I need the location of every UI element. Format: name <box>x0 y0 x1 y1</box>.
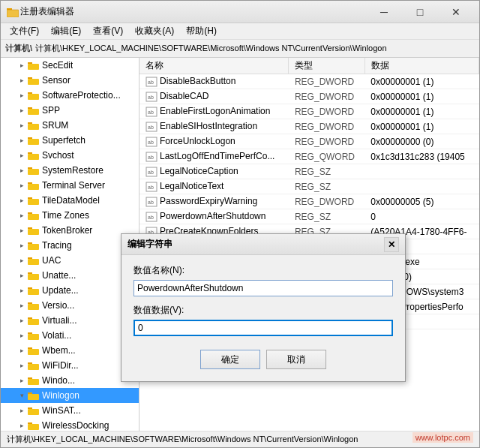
field-name-input[interactable] <box>134 280 393 296</box>
expand-icon[interactable]: ▸ <box>16 359 28 371</box>
tree-item[interactable]: ▸Windo... <box>1 373 139 388</box>
tree-item[interactable]: ▸WirelessDocking <box>1 418 139 431</box>
cancel-button[interactable]: 取消 <box>266 350 326 369</box>
expand-icon[interactable]: ▸ <box>16 119 28 131</box>
tree-item[interactable]: ▸Virtuali... <box>1 313 139 328</box>
folder-icon <box>28 195 40 206</box>
field-data-input[interactable] <box>134 320 393 336</box>
expand-icon[interactable]: ▸ <box>16 179 28 191</box>
field-name-label: 数值名称(N): <box>134 264 393 277</box>
svg-rect-46 <box>28 379 39 385</box>
menu-help[interactable]: 帮助(H) <box>180 23 223 39</box>
tree-item[interactable]: ▸SRUM <box>1 118 139 133</box>
expand-icon[interactable]: ▸ <box>16 419 28 431</box>
tree-item[interactable]: ▸Wbem... <box>1 343 139 358</box>
tree-item[interactable]: ▸Superfetch <box>1 133 139 148</box>
tree-item-label: Volati... <box>42 330 71 341</box>
expand-icon[interactable]: ▸ <box>16 74 28 86</box>
menu-file[interactable]: 文件(F) <box>4 23 45 39</box>
svg-rect-14 <box>28 139 39 145</box>
expand-icon[interactable]: ▸ <box>16 134 28 146</box>
expand-icon[interactable]: ▸ <box>16 209 28 221</box>
expand-icon[interactable]: ▸ <box>16 59 28 71</box>
tree-item[interactable]: ▾Winlogon <box>1 388 139 403</box>
dialog-close-button[interactable]: ✕ <box>384 237 399 252</box>
expand-icon[interactable]: ▸ <box>16 164 28 176</box>
ok-button[interactable]: 确定 <box>200 350 260 369</box>
expand-icon[interactable]: ▸ <box>16 329 28 341</box>
cell-name: abEnableFirstLogonAnimation <box>140 104 289 119</box>
tree-item[interactable]: ▸SecEdit <box>1 58 139 73</box>
tree-item-label: Windo... <box>42 375 75 386</box>
reg-value-icon: ab <box>146 182 158 192</box>
maximize-button[interactable]: □ <box>403 2 437 23</box>
expand-icon[interactable]: ▾ <box>16 389 28 401</box>
tree-item[interactable]: ▸WiFiDir... <box>1 358 139 373</box>
tree-item[interactable]: ▸SystemRestore <box>1 163 139 178</box>
menu-view[interactable]: 查看(V) <box>87 23 129 39</box>
tree-item[interactable]: ▸UAC <box>1 253 139 268</box>
table-row[interactable]: abDisableBackButtonREG_DWORD0x00000001 (… <box>140 74 479 89</box>
tree-item[interactable]: ▸Update... <box>1 283 139 298</box>
tree-item[interactable]: ▸Volati... <box>1 328 139 343</box>
tree-item[interactable]: ▸Svchost <box>1 148 139 163</box>
expand-icon[interactable]: ▸ <box>16 194 28 206</box>
expand-icon[interactable]: ▸ <box>16 284 28 296</box>
expand-icon[interactable]: ▸ <box>16 104 28 116</box>
cell-type: REG_DWORD <box>289 119 364 134</box>
address-bar: 计算机\ 计算机\HKEY_LOCAL_MACHINE\SOFTWARE\Mic… <box>1 40 479 58</box>
expand-icon[interactable]: ▸ <box>16 89 28 101</box>
tree-item[interactable]: ▸Versio... <box>1 298 139 313</box>
tree-item-label: Versio... <box>42 300 74 311</box>
expand-icon[interactable]: ▸ <box>16 374 28 386</box>
cell-name: abLastLogOffEndTimePerfCo... <box>140 149 289 164</box>
expand-icon[interactable]: ▸ <box>16 224 28 236</box>
menu-edit[interactable]: 编辑(E) <box>45 23 87 39</box>
expand-icon[interactable]: ▸ <box>16 404 28 416</box>
reg-value-icon: ab <box>146 77 158 87</box>
table-row[interactable]: abPowerdownAfterShutdownREG_SZ0 <box>140 209 479 224</box>
tree-item[interactable]: ▸Time Zones <box>1 208 139 223</box>
cell-name: abPasswordExpiryWarning <box>140 194 289 209</box>
table-row[interactable]: abLegalNoticeTextREG_SZ <box>140 179 479 194</box>
table-row[interactable]: abLegalNoticeCaptionREG_SZ <box>140 164 479 179</box>
folder-icon <box>28 120 40 131</box>
folder-icon <box>28 135 40 146</box>
tree-item[interactable]: ▸WinSAT... <box>1 403 139 418</box>
tree-panel[interactable]: ▸SecEdit▸Sensor▸SoftwareProtectio...▸SPP… <box>1 58 140 431</box>
tree-item[interactable]: ▸Tracing <box>1 238 139 253</box>
table-row[interactable]: abPasswordExpiryWarningREG_DWORD0x000000… <box>140 194 479 209</box>
tree-item-label: WinSAT... <box>42 405 81 416</box>
folder-icon <box>28 90 40 101</box>
menu-favorites[interactable]: 收藏夹(A) <box>129 23 180 39</box>
expand-icon[interactable]: ▸ <box>16 314 28 326</box>
close-button[interactable]: ✕ <box>439 2 473 23</box>
expand-icon[interactable]: ▸ <box>16 254 28 266</box>
cell-type: REG_DWORD <box>289 134 364 149</box>
tree-item[interactable]: ▸Sensor <box>1 73 139 88</box>
tree-item[interactable]: ▸SPP <box>1 103 139 118</box>
expand-icon[interactable]: ▸ <box>16 269 28 281</box>
svg-rect-42 <box>28 349 39 355</box>
svg-rect-21 <box>28 197 32 199</box>
table-row[interactable]: abLastLogOffEndTimePerfCo...REG_QWORD0x1… <box>140 149 479 164</box>
folder-icon <box>28 240 40 251</box>
expand-icon[interactable]: ▸ <box>16 344 28 356</box>
table-row[interactable]: abEnableSIHostIntegrationREG_DWORD0x0000… <box>140 119 479 134</box>
tree-item[interactable]: ▸TokenBroker <box>1 223 139 238</box>
svg-rect-9 <box>28 107 32 109</box>
tree-item[interactable]: ▸Unatte... <box>1 268 139 283</box>
tree-item[interactable]: ▸SoftwareProtectio... <box>1 88 139 103</box>
table-row[interactable]: abDisableCADREG_DWORD0x00000001 (1) <box>140 89 479 104</box>
tree-item[interactable]: ▸TileDataModel <box>1 193 139 208</box>
svg-rect-50 <box>28 409 39 415</box>
expand-icon[interactable]: ▸ <box>16 149 28 161</box>
cell-data: 0x00000001 (1) <box>364 104 478 119</box>
minimize-button[interactable]: ─ <box>367 2 401 23</box>
expand-icon[interactable]: ▸ <box>16 239 28 251</box>
field-data-label: 数值数据(V): <box>134 304 393 317</box>
expand-icon[interactable]: ▸ <box>16 299 28 311</box>
table-row[interactable]: abForceUnlockLogonREG_DWORD0x00000000 (0… <box>140 134 479 149</box>
tree-item[interactable]: ▸Terminal Server <box>1 178 139 193</box>
table-row[interactable]: abEnableFirstLogonAnimationREG_DWORD0x00… <box>140 104 479 119</box>
